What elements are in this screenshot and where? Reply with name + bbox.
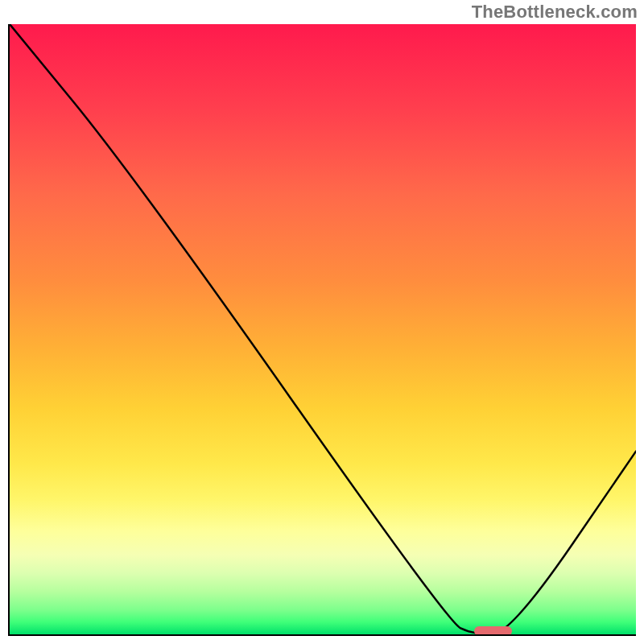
bottleneck-curve: [10, 24, 636, 634]
plot-frame: [8, 24, 636, 636]
chart-container: TheBottleneck.com: [0, 0, 644, 644]
optimal-range-marker: [474, 626, 512, 634]
bottleneck-curve-svg: [10, 24, 636, 634]
watermark-text: TheBottleneck.com: [472, 2, 638, 23]
plot-area-gradient: [10, 24, 636, 634]
